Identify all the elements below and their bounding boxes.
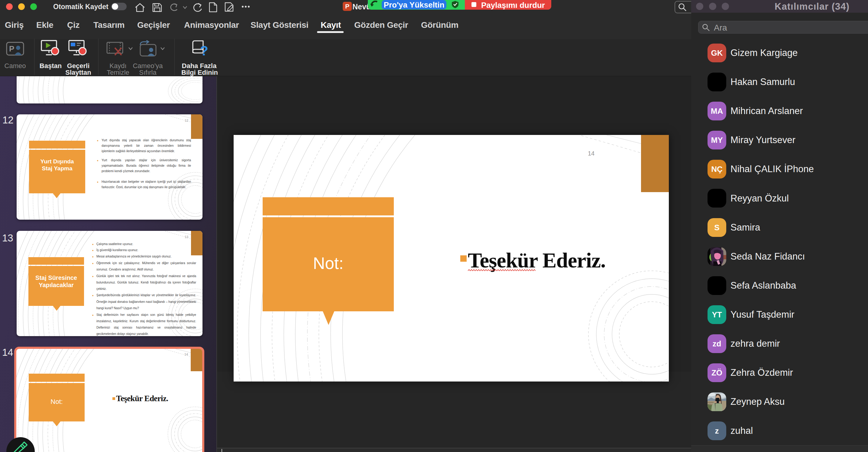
svg-text:?: ? xyxy=(200,43,208,57)
svg-text:P: P xyxy=(9,44,14,53)
